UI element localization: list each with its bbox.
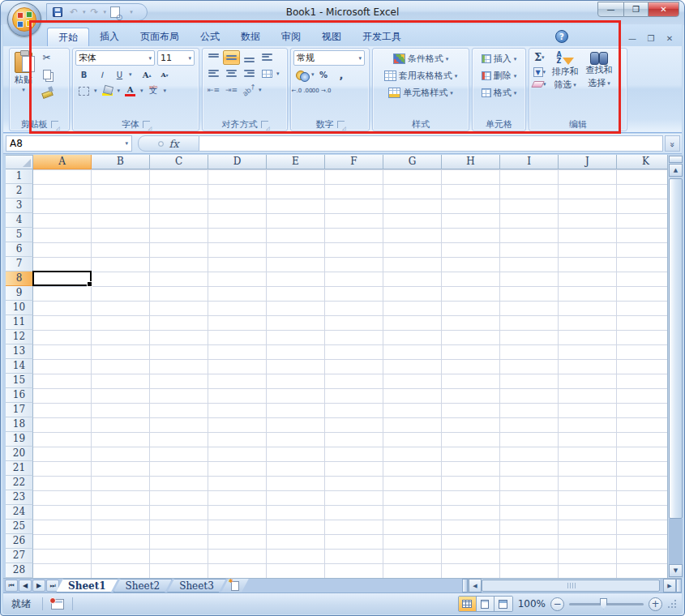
row-header-23[interactable]: 23 — [6, 490, 33, 505]
zoom-out-button[interactable]: − — [550, 597, 564, 611]
percent-button[interactable]: % — [315, 67, 332, 82]
horizontal-split-handle[interactable] — [676, 579, 682, 592]
align-bottom-button[interactable] — [241, 50, 258, 65]
wrap-text-button[interactable] — [259, 50, 276, 65]
tab-视图[interactable]: 视图 — [311, 28, 352, 46]
row-header-12[interactable]: 12 — [6, 330, 33, 344]
row-header-9[interactable]: 9 — [6, 286, 33, 301]
row-header-28[interactable]: 28 — [6, 563, 33, 578]
row-header-11[interactable]: 11 — [6, 315, 33, 330]
tab-split-handle[interactable] — [462, 579, 468, 592]
orientation-dropdown-arrow-icon[interactable]: ▾ — [259, 87, 262, 93]
font-color-button[interactable]: A — [122, 83, 139, 98]
font-dialog-launcher[interactable] — [143, 121, 150, 128]
sheet-tab-Sheet2[interactable]: Sheet2 — [113, 579, 173, 592]
close-button[interactable]: ✕ — [648, 2, 679, 17]
format-as-table-button[interactable]: 套用表格格式 ▾ — [375, 69, 466, 83]
cut-button[interactable]: ✂ — [38, 50, 55, 65]
font-name-combo[interactable]: 宋体▾ — [75, 50, 155, 66]
currency-dropdown-arrow-icon[interactable]: ▾ — [311, 71, 315, 78]
vertical-scroll-track[interactable] — [669, 519, 683, 564]
formula-input[interactable] — [199, 135, 663, 152]
row-header-21[interactable]: 21 — [6, 461, 33, 476]
expand-formula-bar-button[interactable]: » — [665, 135, 680, 152]
scroll-right-button[interactable]: ▶ — [663, 579, 676, 592]
row-header-26[interactable]: 26 — [6, 534, 33, 549]
column-header-G[interactable]: G — [383, 155, 442, 169]
row-header-17[interactable]: 17 — [6, 403, 33, 417]
paste-button[interactable]: 粘贴 ▾ — [12, 50, 35, 116]
page-layout-view-button[interactable] — [477, 597, 494, 611]
clear-button[interactable]: ▾ — [532, 80, 547, 88]
copy-button[interactable] — [38, 67, 55, 82]
borders-button[interactable] — [75, 83, 92, 98]
help-button[interactable]: ? — [555, 30, 568, 43]
tab-数据[interactable]: 数据 — [230, 28, 271, 46]
increase-indent-button[interactable]: ⇥≡ — [223, 83, 240, 97]
vertical-scroll-thumb[interactable] — [669, 178, 683, 519]
fill-color-dropdown-arrow-icon[interactable]: ▾ — [118, 88, 121, 94]
bold-button[interactable]: B — [75, 67, 92, 82]
number-dialog-launcher[interactable] — [337, 121, 345, 128]
autosum-button[interactable]: Σ▾ — [532, 50, 547, 64]
page-break-view-button[interactable] — [494, 597, 512, 611]
insert-cells-button[interactable]: 插入 ▾ — [475, 52, 523, 66]
column-header-B[interactable]: B — [92, 155, 150, 169]
select-all-button[interactable] — [6, 155, 33, 169]
sheet-tab-Sheet3[interactable]: Sheet3 — [167, 579, 226, 592]
workbook-restore-icon[interactable]: ❐ — [645, 34, 657, 43]
row-header-15[interactable]: 15 — [6, 374, 33, 388]
sort-filter-button[interactable]: AZ 排序和 筛选▾ — [550, 50, 581, 116]
sheet-tab-Sheet1[interactable]: Sheet1 — [56, 579, 118, 592]
last-sheet-button[interactable]: ⏭ — [46, 580, 59, 592]
phonetic-dropdown-arrow-icon[interactable]: ▾ — [164, 88, 167, 94]
align-middle-button[interactable] — [223, 50, 240, 65]
first-sheet-button[interactable]: ⏮ — [5, 580, 18, 592]
row-header-4[interactable]: 4 — [6, 213, 33, 228]
comma-button[interactable]: , — [333, 67, 350, 82]
font-color-dropdown-arrow-icon[interactable]: ▾ — [140, 88, 143, 94]
row-header-3[interactable]: 3 — [6, 199, 33, 213]
row-header-10[interactable]: 10 — [6, 301, 33, 315]
vertical-split-handle[interactable] — [669, 156, 683, 163]
zoom-in-button[interactable]: + — [649, 597, 662, 611]
align-center-button[interactable] — [223, 66, 240, 81]
zoom-slider-thumb[interactable] — [600, 598, 607, 610]
row-header-22[interactable]: 22 — [6, 476, 33, 490]
clipboard-dialog-launcher[interactable] — [51, 121, 58, 128]
orientation-button[interactable]: ab↗ — [241, 83, 258, 97]
row-header-18[interactable]: 18 — [6, 417, 33, 432]
insert-function-button[interactable]: fx — [138, 135, 199, 152]
number-format-combo[interactable]: 常规▾ — [293, 50, 365, 66]
fill-color-button[interactable] — [99, 83, 116, 98]
merge-center-button[interactable] — [259, 66, 276, 81]
row-header-24[interactable]: 24 — [6, 505, 33, 520]
row-header-8[interactable]: 8 — [6, 272, 33, 286]
conditional-formatting-button[interactable]: 条件格式 ▾ — [375, 52, 466, 66]
column-header-C[interactable]: C — [150, 155, 208, 169]
cell-grid[interactable] — [33, 169, 667, 578]
column-header-A[interactable]: A — [33, 155, 92, 169]
italic-button[interactable]: I — [93, 67, 110, 82]
horizontal-scroll-thumb[interactable] — [482, 580, 660, 592]
tab-插入[interactable]: 插入 — [89, 28, 130, 46]
alignment-dialog-launcher[interactable] — [261, 121, 268, 128]
align-top-button[interactable] — [205, 50, 222, 65]
normal-view-button[interactable] — [459, 597, 477, 611]
cell-styles-button[interactable]: 单元格样式 ▾ — [375, 86, 466, 100]
align-left-button[interactable] — [205, 66, 222, 81]
format-painter-button[interactable] — [38, 84, 55, 99]
workbook-minimize-icon[interactable]: — — [627, 34, 638, 43]
scroll-left-button[interactable]: ◀ — [469, 579, 482, 592]
column-header-J[interactable]: J — [559, 155, 617, 169]
zoom-slider[interactable] — [569, 603, 644, 605]
find-select-button[interactable]: 查找和 选择▾ — [584, 50, 615, 116]
tab-页面布局[interactable]: 页面布局 — [130, 28, 190, 46]
decrease-font-button[interactable]: A▾ — [156, 67, 173, 82]
macro-record-button[interactable] — [51, 599, 64, 610]
decrease-decimal-button[interactable]: .00 →.0 — [312, 83, 329, 98]
merge-dropdown-arrow-icon[interactable]: ▾ — [276, 71, 280, 77]
borders-dropdown-arrow-icon[interactable]: ▾ — [94, 88, 97, 94]
row-header-6[interactable]: 6 — [6, 242, 33, 257]
row-header-16[interactable]: 16 — [6, 388, 33, 403]
